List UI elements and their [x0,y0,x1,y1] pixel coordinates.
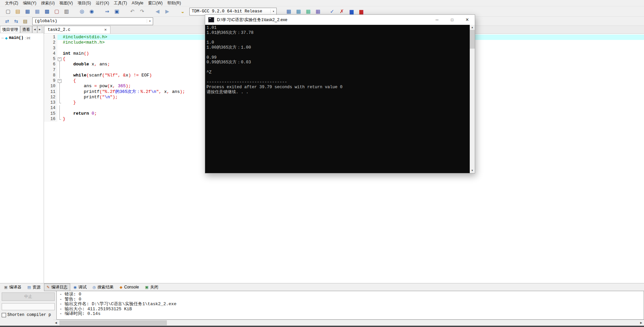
line-number[interactable]: 13 [44,100,57,105]
tab-search-results[interactable]: ◎搜索结果 [90,283,117,291]
fold-gutter [57,111,62,116]
find-icon[interactable]: ◎ [78,7,86,15]
scroll-up-icon[interactable]: ▲ [470,25,475,30]
scroll-down-icon[interactable]: ▼ [470,168,475,173]
menu-item[interactable]: 工具(T) [111,0,129,6]
fold-gutter [57,35,62,40]
globals-select[interactable]: (globals) ▾ [32,17,153,25]
window-bottom-edge [0,326,644,327]
line-number[interactable]: 15 [44,111,57,116]
menu-item[interactable]: 项目(S) [75,0,93,6]
fold-gutter [57,46,62,51]
fold-collapse-icon[interactable]: − [58,79,61,83]
fold-gutter [57,73,62,78]
line-number[interactable]: 12 [44,95,57,100]
maximize-button[interactable]: □ [445,15,460,25]
bottom-tab-label: 资源 [33,284,41,290]
sidebar-tab-view[interactable]: 查看 [20,26,32,33]
line-number[interactable]: 16 [44,116,57,122]
menu-item[interactable]: 帮助(R) [165,0,183,6]
scrollbar-track[interactable] [59,320,638,326]
replace-icon[interactable]: ◉ [88,7,96,15]
horizontal-scrollbar[interactable]: ◀ ▶ [53,320,644,326]
goto-declaration-icon[interactable]: ⇆ [12,17,20,25]
tab-console[interactable]: ◆Console [117,284,142,290]
scroll-left-icon[interactable]: ◀ [53,320,59,326]
sidebar-tab-project[interactable]: 项目管理 [0,26,20,33]
line-number[interactable]: 5 [44,56,57,62]
forward-icon[interactable]: ▶ [163,7,171,15]
swap-header-source-icon[interactable]: ⇄ [3,17,11,25]
menu-item[interactable]: 视图(V) [57,0,75,6]
tab-compiler[interactable]: ▣编译器 [1,283,24,291]
log-line: - 输出大小: 411.251953125 KiB [59,307,641,312]
undo-icon[interactable]: ↶ [128,7,136,15]
comment-balloon-icon[interactable]: ◒ [179,7,187,15]
shorten-compiler-checkbox[interactable] [2,313,6,317]
sidebar-tabs-scroll-left-icon[interactable]: ◀ [32,26,37,33]
fold-gutter [57,105,62,111]
log-line: - 编译时间: 0.14s [59,312,641,317]
back-icon[interactable]: ◀ [153,7,162,15]
menu-item[interactable]: 运行(X) [93,0,111,6]
bookmark-icon[interactable]: ▣ [113,7,121,15]
editor-tab-label: task2_2.c [48,28,71,32]
tab-debug[interactable]: ◉调试 [71,283,89,291]
menu-item[interactable]: 窗口(W) [146,0,165,6]
line-number[interactable]: 6 [44,62,57,67]
tab-resources[interactable]: ▤资源 [25,283,43,291]
tab-close[interactable]: ▣关闭 [142,283,161,291]
line-number[interactable]: 4 [44,51,57,56]
save-as-icon[interactable]: ▦ [33,7,41,15]
scroll-right-icon[interactable]: ▶ [638,320,644,326]
minimize-button[interactable]: ─ [429,15,445,25]
open-file-icon[interactable]: ▤ [14,7,22,15]
scrollbar-track[interactable] [470,30,475,168]
redo-icon[interactable]: ↷ [138,7,146,15]
nav-toolbar-icons: ⇄⇆▤ [3,17,29,25]
console-scrollbar[interactable]: ▲ ▼ [470,25,475,173]
new-file-icon[interactable]: ▢ [4,7,12,15]
tab-console-icon: ◆ [120,285,122,289]
tab-compile-log[interactable]: ✎编译日志 [44,283,70,291]
line-number[interactable]: 8 [44,73,57,78]
class-browser-icon[interactable]: ▤ [21,17,29,25]
print-icon[interactable]: ▥ [62,7,71,15]
menu-item[interactable]: AStyle [129,0,146,6]
line-number[interactable]: 14 [44,105,57,111]
console-output[interactable]: 1.011.01的365次方：37.78 1.01.00的365次方：1.00 … [205,25,470,173]
save-icon[interactable]: ▦ [24,7,32,15]
line-number[interactable]: 2 [44,40,57,45]
line-number[interactable]: 3 [44,46,57,51]
console-line: 0.99 [206,55,468,60]
line-number[interactable]: 11 [44,89,57,95]
abort-button[interactable]: 中止 [2,292,55,301]
line-number[interactable]: 9 [44,78,57,84]
console-titlebar[interactable]: D:\学习\C语言\实验任务1\task2_2.exe ─ □ × [205,15,475,25]
close-icon[interactable]: × [103,28,107,33]
scrollbar-thumb[interactable] [470,30,475,49]
fold-gutter[interactable]: − [57,56,62,62]
editor-tab-task2_2[interactable]: task2_2.c × [44,26,110,34]
sidebar-tabs-scroll-right-icon[interactable]: ▶ [37,26,42,33]
compile-progress-field[interactable] [2,303,55,310]
toolbar-separator [123,11,127,12]
menu-item[interactable]: 编辑(Y) [20,0,39,6]
tree-item-main[interactable]: ─◆main(): int [1,35,42,41]
class-browser-tree[interactable]: ─◆main(): int [0,33,44,283]
scrollbar-thumb[interactable] [59,320,167,325]
line-number[interactable]: 1 [44,35,57,40]
line-number[interactable]: 7 [44,67,57,73]
close-button[interactable]: × [460,15,475,25]
console-line [206,50,468,55]
menu-item[interactable]: 搜索(U) [39,0,57,6]
goto-line-icon[interactable]: ⇒ [103,7,111,15]
close-file-icon[interactable]: ▢ [53,7,61,15]
fold-gutter[interactable]: − [57,78,62,84]
fold-collapse-icon[interactable]: − [58,57,61,61]
compile-log-output[interactable]: - 错误: 0- 警告: 0- 输出文件名: D:\学习\C语言\实验任务1\t… [56,291,644,320]
save-all-icon[interactable]: ▩ [43,7,51,15]
line-number[interactable]: 10 [44,84,57,89]
menu-item[interactable]: 文件(Z) [3,0,20,6]
console-line [206,75,468,80]
